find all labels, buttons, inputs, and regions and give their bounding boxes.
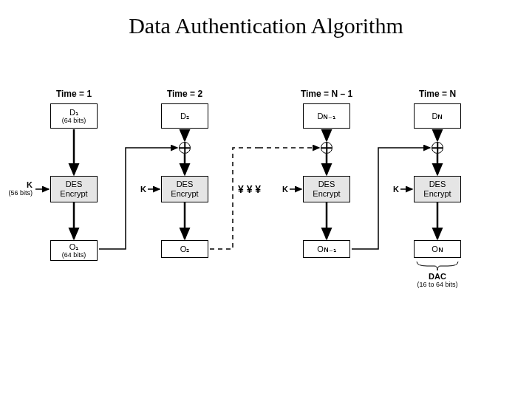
data-block-text: D₂ [180, 112, 189, 121]
data-block-text: Dɴ₋₁ [318, 112, 336, 121]
data-block-text: D₁ [69, 108, 78, 117]
dac-main: DAC [406, 272, 468, 281]
page-title: Data Authentication Algorithm [0, 13, 532, 38]
ellipsis-icon: ¥ ¥ ¥ [238, 183, 261, 195]
des-encrypt-2: DES Encrypt [161, 176, 208, 202]
data-block-nminus1: Dɴ₋₁ [303, 103, 350, 129]
output-text: O₁ [69, 242, 79, 252]
des-encrypt-3: DES Encrypt [303, 176, 350, 202]
output-2: O₂ [161, 240, 208, 258]
key-sub: (56 bits) [6, 189, 33, 197]
des-encrypt-1: DES Encrypt [50, 176, 98, 202]
output-text: Oɴ [432, 245, 443, 254]
time-label-2: Time = 2 [140, 89, 229, 99]
key-label-1: K (56 bits) [6, 180, 33, 197]
output-text: Oɴ₋₁ [317, 245, 336, 254]
data-block-text: Dɴ [432, 112, 443, 121]
dac-label: DAC (16 to 64 bits) [406, 272, 468, 288]
xor-icon-3 [321, 142, 332, 154]
output-sub: (64 bits) [62, 251, 86, 259]
data-block-n: Dɴ [414, 103, 461, 129]
xor-icon-2 [179, 142, 191, 154]
output-n: Oɴ [414, 240, 461, 258]
diagram-container: Time = 1 D₁ (64 bits) DES Encrypt O₁ (64… [30, 89, 502, 347]
key-label-2: K [132, 185, 146, 194]
time-label-1: Time = 1 [30, 89, 118, 99]
output-nminus1: Oɴ₋₁ [303, 240, 350, 258]
data-block-1: D₁ (64 bits) [50, 103, 98, 129]
xor-icon-4 [432, 142, 443, 154]
data-block-2: D₂ [161, 103, 208, 129]
des-encrypt-4: DES Encrypt [414, 176, 461, 202]
output-1: O₁ (64 bits) [50, 240, 98, 261]
key-label-3: K [273, 185, 288, 194]
time-label-3: Time = N – 1 [282, 89, 371, 99]
key-label-4: K [384, 185, 399, 194]
dac-sub: (16 to 64 bits) [406, 281, 468, 288]
data-block-sub: (64 bits) [62, 117, 86, 124]
output-text: O₂ [180, 245, 190, 254]
key-k: K [27, 180, 33, 189]
time-label-4: Time = N [393, 89, 482, 99]
